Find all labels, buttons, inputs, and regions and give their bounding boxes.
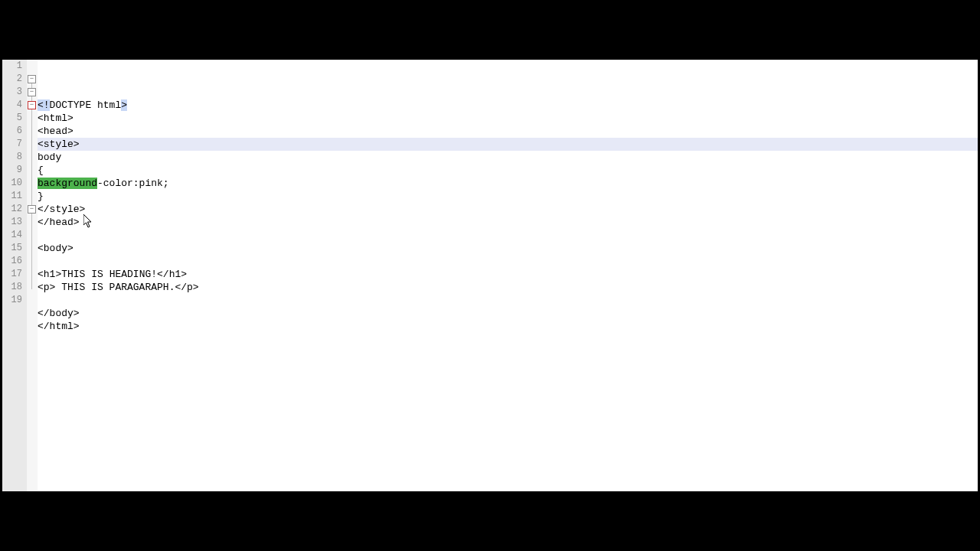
code-line[interactable] (38, 229, 978, 242)
code-line[interactable]: <body> (38, 242, 978, 255)
code-line[interactable]: <style> (38, 138, 978, 151)
line-number: 3 (8, 86, 22, 99)
line-number: 4 (8, 99, 22, 112)
code-line[interactable]: <!DOCTYPE html> (38, 99, 978, 112)
line-number: 11 (8, 190, 22, 203)
code-line[interactable] (38, 294, 978, 307)
code-line[interactable]: <head> (38, 125, 978, 138)
line-number: 19 (8, 294, 22, 307)
code-area[interactable]: <!DOCTYPE html><html><head><style>body{b… (38, 60, 978, 491)
line-number: 12 (8, 203, 22, 216)
fold-toggle-icon[interactable]: − (28, 205, 36, 214)
line-number: 2 (8, 73, 22, 86)
line-number-gutter: 12345678910111213141516171819 (2, 60, 27, 491)
code-line[interactable]: } (38, 190, 978, 203)
code-line[interactable]: body (38, 151, 978, 164)
line-number: 5 (8, 112, 22, 125)
line-number: 1 (8, 60, 22, 73)
fold-toggle-icon[interactable]: − (28, 75, 36, 83)
line-number: 7 (8, 138, 22, 151)
code-line[interactable]: </html> (38, 320, 978, 333)
line-number: 6 (8, 125, 22, 138)
code-editor[interactable]: 12345678910111213141516171819 −−−− <!DOC… (2, 60, 978, 491)
fold-toggle-icon[interactable]: − (28, 88, 36, 96)
selected-text: background (38, 178, 97, 189)
line-number: 10 (8, 177, 22, 190)
line-number: 9 (8, 164, 22, 177)
line-number: 16 (8, 255, 22, 268)
code-line[interactable]: background-color:pink; (38, 177, 978, 190)
code-line[interactable]: </head> (38, 216, 978, 229)
code-line[interactable] (38, 333, 978, 346)
line-number: 15 (8, 242, 22, 255)
fold-toggle-icon[interactable]: − (28, 101, 36, 109)
code-line[interactable]: <h1>THIS IS HEADING!</h1> (38, 268, 978, 281)
code-line[interactable]: </body> (38, 307, 978, 320)
line-number: 18 (8, 281, 22, 294)
line-number: 14 (8, 229, 22, 242)
line-number: 17 (8, 268, 22, 281)
code-line[interactable]: { (38, 164, 978, 177)
code-line[interactable] (38, 255, 978, 268)
mouse-cursor-icon (83, 214, 93, 229)
code-line[interactable]: <html> (38, 112, 978, 125)
fold-column[interactable]: −−−− (27, 60, 38, 491)
line-number: 8 (8, 151, 22, 164)
line-number: 13 (8, 216, 22, 229)
code-line[interactable]: <p> THIS IS PARAGARAPH.</p> (38, 281, 978, 294)
code-line[interactable]: </style> (38, 203, 978, 216)
